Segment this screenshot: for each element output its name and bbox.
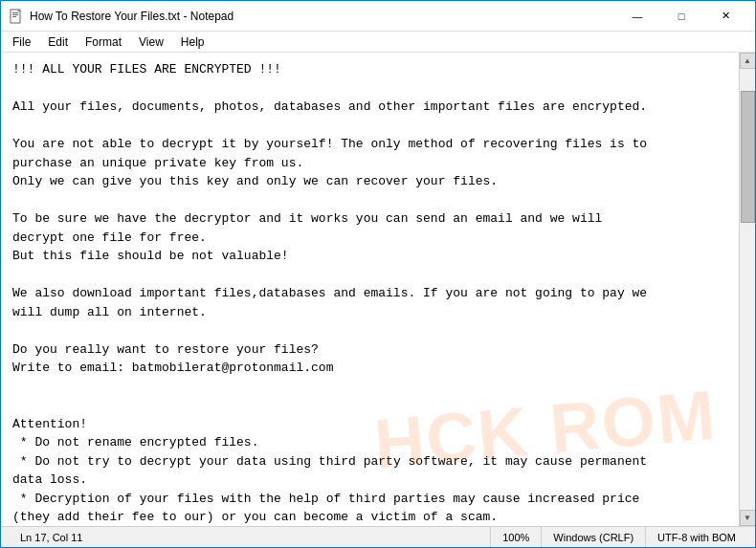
menu-bar: File Edit Format View Help [1, 32, 755, 53]
scroll-down-button[interactable]: ▼ [740, 510, 756, 526]
app-icon [9, 9, 24, 24]
content-area: !!! ALL YOUR FILES ARE ENCRYPTED !!! All… [1, 53, 755, 526]
svg-rect-1 [12, 12, 18, 13]
scrollbar[interactable]: ▲ ▼ [739, 53, 755, 526]
status-bar: Ln 17, Col 11 100% Windows (CRLF) UTF-8 … [1, 526, 755, 547]
menu-help[interactable]: Help [173, 33, 212, 51]
notepad-window: How To Restore Your Files.txt - Notepad … [0, 0, 756, 548]
window-title: How To Restore Your Files.txt - Notepad [30, 10, 615, 23]
scroll-thumb[interactable] [741, 91, 755, 223]
title-bar: How To Restore Your Files.txt - Notepad … [1, 1, 755, 32]
close-button[interactable]: ✕ [703, 1, 747, 32]
status-line-ending: Windows (CRLF) [542, 527, 646, 547]
window-controls: — □ ✕ [615, 1, 747, 32]
svg-rect-2 [12, 14, 18, 15]
menu-format[interactable]: Format [78, 33, 129, 51]
status-encoding: UTF-8 with BOM [646, 527, 747, 547]
minimize-button[interactable]: — [615, 1, 659, 32]
maximize-button[interactable]: □ [659, 1, 703, 32]
menu-view[interactable]: View [131, 33, 171, 51]
menu-edit[interactable]: Edit [40, 33, 76, 51]
menu-file[interactable]: File [5, 33, 38, 51]
scroll-track[interactable] [740, 69, 755, 510]
scroll-up-button[interactable]: ▲ [740, 53, 756, 69]
svg-rect-3 [12, 16, 16, 17]
status-zoom: 100% [491, 527, 542, 547]
text-editor[interactable]: !!! ALL YOUR FILES ARE ENCRYPTED !!! All… [1, 53, 739, 526]
status-position: Ln 17, Col 11 [9, 527, 491, 547]
